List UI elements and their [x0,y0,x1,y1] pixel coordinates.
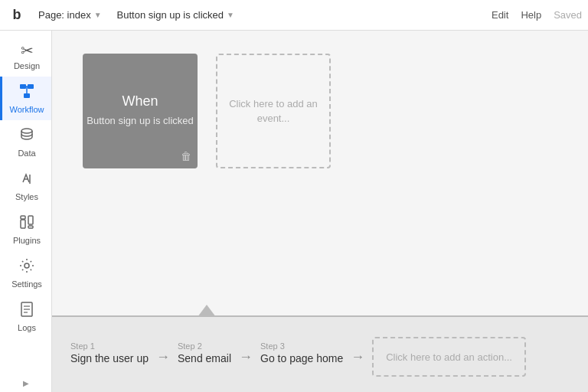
add-action-label: Click here to add an action... [386,351,512,363]
step-3-number: Step 3 [260,341,343,351]
page-chevron-icon: ▼ [94,11,102,19]
data-icon [18,126,35,145]
add-action-card[interactable]: Click here to add an action... [372,337,526,377]
plugins-icon [18,214,35,233]
event-selector[interactable]: Button sign up is clicked ▼ [113,6,488,24]
topbar: b Page: index ▼ Button sign up is clicke… [0,0,588,31]
styles-label: Styles [15,192,38,201]
logs-label: Logs [18,323,36,332]
delete-trigger-icon[interactable]: 🗑 [181,150,191,162]
plugins-label: Plugins [13,236,41,245]
step-1[interactable]: Step 1 Sign the user up [70,341,149,364]
page-label: Page: index [38,9,91,21]
step-1-number: Step 1 [70,341,149,351]
trigger-area: When Button sign up is clicked 🗑 Click h… [52,31,588,315]
styles-icon [18,170,35,189]
edit-button[interactable]: Edit [492,9,508,21]
design-icon: ✂ [21,43,34,58]
step-2-name: Send email [178,352,231,364]
app-logo: b [6,5,28,26]
settings-label: Settings [11,279,42,289]
svg-point-13 [24,263,29,268]
event-chevron-icon: ▼ [227,11,234,19]
sidebar-item-design[interactable]: ✂ Design [0,37,51,77]
svg-rect-11 [28,216,33,224]
step-3[interactable]: Step 3 Go to page home [260,341,343,364]
steps-bar: Step 1 Sign the user up → Step 2 Send em… [52,315,588,392]
saved-status: Saved [554,9,582,21]
sidebar-item-plugins[interactable]: Plugins [0,207,51,251]
sidebar-item-data[interactable]: Data [0,120,51,164]
step-arrow-3: → [351,349,364,365]
add-event-label: Click here to add an event... [217,96,329,126]
svg-rect-12 [28,226,33,228]
step-2-number: Step 2 [178,341,231,351]
help-button[interactable]: Help [521,9,541,21]
steps-row: Step 1 Sign the user up → Step 2 Send em… [70,326,570,383]
svg-point-6 [21,129,32,133]
steps-arrow [198,305,216,317]
svg-rect-9 [21,220,25,228]
sidebar-expand[interactable]: ▶ [20,377,32,389]
step-1-name: Sign the user up [70,352,149,364]
workflow-icon [18,83,35,102]
settings-icon [18,257,35,276]
sidebar: ✂ Design Workflow [0,31,52,392]
topbar-actions: Edit Help Saved [492,9,582,21]
sidebar-item-logs[interactable]: Logs [0,295,51,338]
add-event-card[interactable]: Click here to add an event... [216,54,331,168]
data-label: Data [18,149,35,158]
trigger-when-label: When [122,93,158,109]
svg-rect-1 [28,84,34,89]
page-selector[interactable]: Page: index ▼ [34,6,106,24]
sidebar-item-workflow[interactable]: Workflow [0,77,51,120]
sidebar-item-styles[interactable]: Styles [0,164,51,207]
canvas: When Button sign up is clicked 🗑 Click h… [52,31,588,392]
step-2[interactable]: Step 2 Send email [178,341,231,364]
event-label: Button sign up is clicked [117,9,224,21]
step-3-name: Go to page home [260,352,343,364]
workflow-label: Workflow [9,105,44,114]
step-arrow-2: → [239,349,253,365]
design-label: Design [14,61,40,70]
step-arrow-1: → [156,349,170,365]
svg-rect-10 [21,216,25,219]
main-layout: ✂ Design Workflow [0,31,588,392]
trigger-card[interactable]: When Button sign up is clicked 🗑 [83,54,198,168]
logs-icon [18,301,35,320]
trigger-event-text: Button sign up is clicked [87,114,193,128]
sidebar-item-settings[interactable]: Settings [0,251,51,295]
